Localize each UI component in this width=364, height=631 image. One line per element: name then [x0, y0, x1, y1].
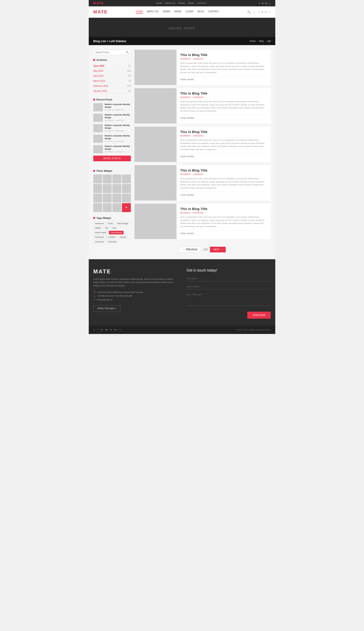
- footer-email-input[interactable]: [186, 284, 271, 289]
- topbar-pinterest-icon[interactable]: ⊕: [262, 2, 264, 5]
- nav-contact[interactable]: CONTACT: [208, 10, 219, 14]
- next-button[interactable]: NEXT →: [210, 247, 226, 252]
- topbar-twitter-icon[interactable]: 𝕏: [259, 2, 260, 5]
- flickr-cell[interactable]: [103, 194, 112, 202]
- send-now-button[interactable]: SEND NOW: [247, 312, 271, 319]
- footer-facebook-icon[interactable]: f: [98, 328, 98, 331]
- flickr-cell[interactable]: [93, 184, 102, 193]
- post-title[interactable]: This Is Blog Title: [180, 207, 267, 211]
- archive-item[interactable]: March 2015 74: [93, 79, 131, 84]
- flickr-cell[interactable]: [122, 184, 131, 193]
- view-more-link[interactable]: VIEW MORE: [180, 230, 267, 235]
- flickr-cell[interactable]: [93, 194, 102, 202]
- search-icon[interactable]: 🔍: [247, 11, 251, 14]
- breadcrumb-blog[interactable]: Blog: [259, 40, 264, 42]
- archive-may[interactable]: May 2015: [93, 70, 103, 72]
- tag-classic[interactable]: Classic: [118, 235, 128, 239]
- flickr-cell[interactable]: [122, 194, 131, 202]
- footer-twitter-icon[interactable]: 𝕏: [93, 328, 95, 331]
- flickr-cell[interactable]: [93, 174, 102, 183]
- flickr-cell[interactable]: [112, 174, 121, 183]
- recent-post-item[interactable]: Modern corporate identity design BUSINES…: [93, 145, 131, 153]
- archive-item[interactable]: June 2015 22: [93, 64, 131, 69]
- tag-fonts[interactable]: Fonts: [106, 222, 115, 225]
- header-twitter-icon[interactable]: 𝕏: [258, 11, 260, 14]
- tag-themeforest[interactable]: Themeforest: [109, 231, 124, 235]
- flickr-cell[interactable]: [112, 184, 121, 193]
- recent-post-item[interactable]: Modern corporate identity design BUSINES…: [93, 114, 131, 122]
- tag-facebook[interactable]: Facebook: [93, 235, 106, 239]
- topbar-behance-icon[interactable]: be: [265, 2, 268, 5]
- tag-stunning[interactable]: Stunning: [106, 240, 118, 244]
- view-more-link[interactable]: VIEW MORE: [180, 192, 267, 196]
- recent-post-item[interactable]: Modern corporate identity design BUSINES…: [93, 135, 131, 143]
- nav-blog[interactable]: BLOG: [198, 10, 204, 14]
- topbar-nav-home[interactable]: HOME: [156, 2, 162, 4]
- flickr-plus-cell[interactable]: +: [122, 203, 131, 212]
- nav-about[interactable]: ABOUT US: [147, 10, 158, 14]
- archive-feb[interactable]: February 2015: [93, 85, 108, 87]
- nav-work[interactable]: WORK: [174, 10, 182, 14]
- flickr-cell[interactable]: [103, 203, 112, 212]
- tag-portfolio[interactable]: Portfolio: [106, 235, 117, 239]
- flickr-cell[interactable]: [93, 203, 102, 212]
- tag-ios[interactable]: iOS: [104, 226, 110, 230]
- archive-march[interactable]: March 2015: [93, 80, 105, 82]
- archive-item[interactable]: April 2015 96: [93, 74, 131, 79]
- footer-behance-icon[interactable]: be: [114, 328, 117, 331]
- more-posts-button[interactable]: MORE POSTS: [93, 156, 131, 161]
- prev-button[interactable]: ← PREVIOUS: [180, 247, 201, 252]
- nav-client[interactable]: CLIENT: [186, 10, 194, 14]
- flickr-cell[interactable]: [112, 194, 121, 202]
- header-behance-icon[interactable]: be: [265, 11, 268, 14]
- search-input[interactable]: [95, 51, 126, 54]
- nav-teams[interactable]: TEAMS: [162, 10, 170, 14]
- recent-post-meta: BUSINESS | 14/06/2015: [105, 140, 131, 142]
- view-more-link[interactable]: VIEW MORE: [180, 115, 267, 119]
- recent-post-item[interactable]: Modern corporate identity design BUSINES…: [93, 124, 131, 132]
- nav-home[interactable]: HOME: [136, 10, 143, 14]
- open-map-button[interactable]: OPEN THE MAP ∨: [93, 305, 120, 312]
- tag-mobile[interactable]: Mobile: [93, 226, 102, 230]
- tag-photomanip[interactable]: Photo Manip: [93, 231, 108, 235]
- topbar-nav-work[interactable]: WORK: [188, 2, 194, 4]
- post-title[interactable]: This Is Blog Title: [180, 168, 267, 172]
- tag-webdesign[interactable]: Web Design: [116, 222, 130, 225]
- tag-awesome[interactable]: Awesome: [93, 222, 105, 225]
- tag-corporate[interactable]: Corporate: [93, 240, 106, 244]
- topbar-dribbble-icon[interactable]: △: [269, 2, 271, 5]
- archive-jan[interactable]: January 2015: [93, 90, 107, 92]
- footer-gplus-icon[interactable]: g+: [100, 328, 104, 331]
- header-logo[interactable]: MATE: [93, 9, 108, 15]
- search-submit-icon[interactable]: 🔍: [126, 51, 129, 54]
- archive-item[interactable]: February 2015 124: [93, 84, 131, 89]
- archive-june[interactable]: June 2015: [93, 65, 104, 67]
- post-title[interactable]: This Is Blog Title: [180, 91, 267, 95]
- footer-name-input[interactable]: [186, 276, 271, 281]
- topbar-nav-teams[interactable]: TEAMS: [178, 2, 185, 4]
- view-more-link[interactable]: VIEW MORE: [180, 76, 267, 81]
- flickr-cell[interactable]: [122, 174, 131, 183]
- footer-message-input[interactable]: [186, 292, 271, 306]
- view-more-link[interactable]: VIEW MORE: [180, 153, 267, 158]
- breadcrumb-home[interactable]: Home: [250, 40, 256, 42]
- archive-item[interactable]: January 2015 51: [93, 89, 131, 94]
- flickr-cell[interactable]: [103, 184, 112, 193]
- post-title[interactable]: This Is Blog Title: [180, 130, 267, 134]
- menu-icon[interactable]: ⋮: [253, 11, 256, 14]
- archive-april[interactable]: April 2015: [93, 75, 104, 77]
- search-box[interactable]: 🔍: [93, 50, 131, 55]
- flickr-cell[interactable]: [103, 174, 112, 183]
- footer-dribbble-icon[interactable]: △: [119, 328, 121, 331]
- header-dribbble-icon[interactable]: △: [269, 11, 271, 14]
- header-pinterest-icon[interactable]: ⊕: [262, 11, 264, 14]
- recent-post-item[interactable]: Modern corporate identity design BUSINES…: [93, 103, 131, 111]
- archive-item[interactable]: May 2015 243: [93, 69, 131, 74]
- topbar-nav-contact[interactable]: CONTACT: [197, 2, 206, 4]
- post-title[interactable]: This Is Blog Title: [180, 53, 267, 57]
- topbar-nav-about[interactable]: ABOUT US: [165, 2, 175, 4]
- flickr-cell[interactable]: [112, 203, 121, 212]
- tag-flat[interactable]: Flat: [111, 226, 118, 230]
- footer-pinterest-icon[interactable]: ⊕: [110, 328, 112, 331]
- footer-youtube-icon[interactable]: ▶: [106, 328, 108, 331]
